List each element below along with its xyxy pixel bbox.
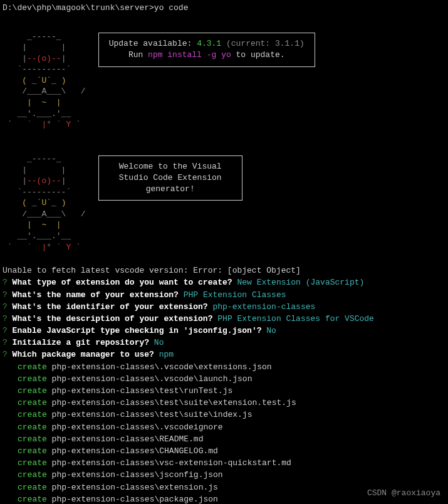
- create-label: create: [18, 446, 47, 456]
- question-answer: php-extension-classes: [212, 302, 315, 312]
- created-files-list: create php-extension-classes\.vscode\ext…: [3, 362, 445, 504]
- to-update-label: to update.: [231, 50, 285, 60]
- update-section: _-----_ | | |--(o)--| `---------´ ( _´U`…: [3, 20, 445, 130]
- error-message: Unable to fetch latest vscode version: E…: [3, 265, 445, 276]
- update-message-box: Update available: 4.3.1 (current: 3.1.1)…: [98, 33, 315, 66]
- welcome-line-1: Welcome to the Visual: [109, 161, 232, 172]
- question-text: What's the identifier of your extension?: [8, 302, 213, 312]
- question-row: ? What's the name of your extension? PHP…: [3, 290, 445, 301]
- question-row: ? What's the identifier of your extensio…: [3, 302, 445, 313]
- question-text: What's the description of your extension…: [8, 314, 217, 323]
- create-row: create php-extension-classes\.vscodeigno…: [3, 422, 445, 433]
- create-path: php-extension-classes\vsc-extension-quic…: [47, 458, 291, 468]
- create-label: create: [18, 398, 47, 407]
- question-answer: No: [266, 326, 276, 335]
- create-row: create php-extension-classes\test\suite\…: [3, 397, 445, 409]
- create-path: php-extension-classes\.vscode\launch.jso…: [47, 374, 253, 384]
- question-mark-icon: ?: [3, 314, 8, 323]
- welcome-line-2: Studio Code Extension: [109, 172, 232, 184]
- update-version: 4.3.1: [197, 39, 221, 48]
- question-answer: PHP Extension Classes for VSCode: [217, 314, 374, 323]
- create-path: php-extension-classes\CHANGELOG.md: [47, 446, 218, 456]
- welcome-line-3: generator!: [109, 184, 232, 195]
- create-row: create php-extension-classes\vsc-extensi…: [3, 458, 445, 469]
- create-path: php-extension-classes\package.json: [47, 495, 218, 504]
- question-mark-icon: ?: [3, 326, 8, 335]
- question-text: Initialize a git repository?: [8, 338, 154, 347]
- create-label: create: [18, 458, 47, 468]
- create-label: create: [18, 495, 47, 504]
- question-row: ? What's the description of your extensi…: [3, 313, 445, 325]
- questions-list: ? What type of extension do you want to …: [3, 277, 445, 360]
- question-mark-icon: ?: [3, 290, 8, 300]
- question-text: What's the name of your extension?: [8, 290, 184, 300]
- create-label: create: [18, 434, 47, 444]
- create-path: php-extension-classes\test\suite\index.j…: [47, 410, 253, 419]
- create-path: php-extension-classes\test\runTest.js: [47, 386, 232, 396]
- install-command: npm install -g yo: [148, 50, 231, 60]
- create-label: create: [18, 470, 47, 480]
- welcome-message-box: Welcome to the Visual Studio Code Extens…: [98, 155, 242, 201]
- question-row: ? Initialize a git repository? No: [3, 337, 445, 349]
- create-label: create: [18, 362, 47, 372]
- question-row: ? What type of extension do you want to …: [3, 277, 445, 288]
- create-row: create php-extension-classes\test\runTes…: [3, 386, 445, 397]
- create-path: php-extension-classes\extension.js: [47, 483, 218, 492]
- question-mark-icon: ?: [3, 350, 8, 359]
- question-row: ? Enable JavaScript type checking in 'js…: [3, 325, 445, 337]
- create-row: create php-extension-classes\README.md: [3, 434, 445, 445]
- question-mark-icon: ?: [3, 338, 8, 347]
- create-label: create: [18, 483, 47, 492]
- create-label: create: [18, 410, 47, 419]
- question-text: Which package manager to use?: [8, 350, 159, 359]
- create-path: php-extension-classes\.vscode\extensions…: [47, 362, 272, 372]
- yeoman-ascii-art-2: _-----_ | | |--(o)--| `---------´ ( _´U`…: [3, 143, 86, 253]
- create-label: create: [18, 423, 47, 432]
- create-path: php-extension-classes\.vscodeignore: [47, 423, 223, 432]
- question-mark-icon: ?: [3, 278, 8, 287]
- question-text: What type of extension do you want to cr…: [8, 278, 237, 287]
- command-prompt: D:\dev\php\magook\trunk\server>yo code: [3, 3, 445, 14]
- question-mark-icon: ?: [3, 302, 8, 312]
- create-path: php-extension-classes\jsconfig.json: [47, 470, 223, 480]
- welcome-section: _-----_ | | |--(o)--| `---------´ ( _´U`…: [3, 143, 445, 253]
- yeoman-ascii-art-1: _-----_ | | |--(o)--| `---------´ ( _´U`…: [3, 20, 86, 130]
- current-version: (current: 3.1.1): [221, 39, 305, 48]
- create-row: create php-extension-classes\test\suite\…: [3, 409, 445, 421]
- create-row: create php-extension-classes\CHANGELOG.m…: [3, 446, 445, 457]
- create-label: create: [18, 386, 47, 396]
- run-label: Run: [128, 50, 148, 60]
- create-row: create php-extension-classes\.vscode\lau…: [3, 374, 445, 385]
- question-text: Enable JavaScript type checking in 'jsco…: [8, 326, 266, 335]
- create-row: create php-extension-classes\jsconfig.js…: [3, 470, 445, 481]
- update-label: Update available:: [109, 39, 197, 48]
- question-answer: PHP Extension Classes: [184, 290, 286, 300]
- question-answer: No: [154, 338, 164, 347]
- create-path: php-extension-classes\README.md: [47, 434, 204, 444]
- create-label: create: [18, 374, 47, 384]
- question-answer: New Extension (JavaScript): [237, 278, 364, 287]
- create-row: create php-extension-classes\.vscode\ext…: [3, 362, 445, 373]
- question-answer: npm: [159, 350, 174, 359]
- watermark: CSDN @raoxiaoya: [367, 488, 440, 499]
- question-row: ? Which package manager to use? npm: [3, 349, 445, 360]
- create-path: php-extension-classes\test\suite\extensi…: [47, 398, 296, 407]
